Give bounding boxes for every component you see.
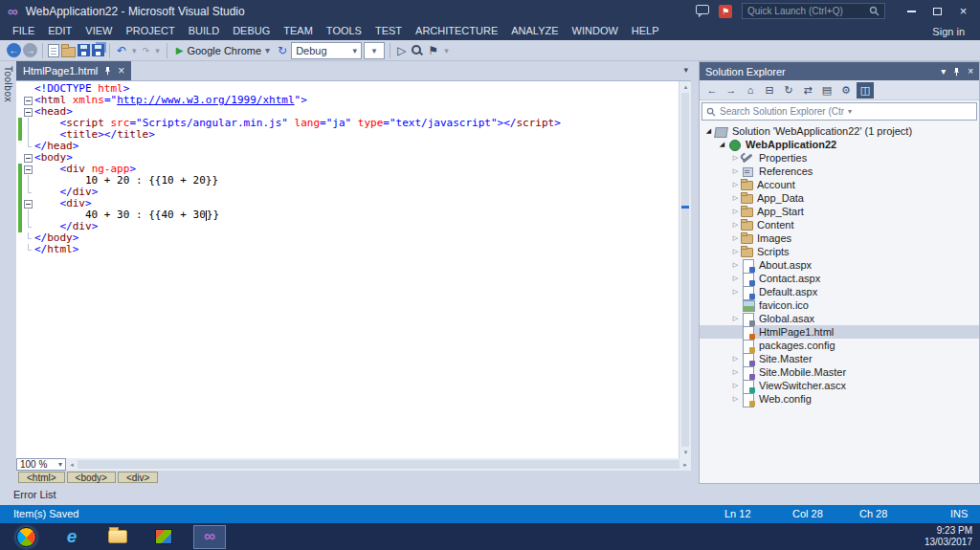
back-icon[interactable]: ←	[703, 82, 721, 99]
horizontal-scrollbar[interactable]: ◂ ▸	[66, 458, 691, 471]
zoom-select[interactable]: 100 % ▾	[16, 458, 66, 471]
tree-item-scripts[interactable]: ▷Scripts	[700, 245, 979, 258]
internet-explorer-icon[interactable]: e	[56, 525, 88, 549]
pin-icon[interactable]	[952, 67, 961, 77]
error-list-tab[interactable]: Error List	[13, 489, 56, 500]
new-file-icon[interactable]	[48, 44, 59, 57]
tree-item-about-aspx[interactable]: ▷About.aspx	[700, 258, 979, 272]
properties-icon[interactable]: ⚙	[837, 82, 855, 99]
notifications-flag-icon[interactable]: ⚑	[719, 5, 732, 18]
solution-platform-dropdown[interactable]: ▾	[364, 42, 385, 59]
tree-item-app-start[interactable]: ▷App_Start	[700, 205, 979, 218]
solution-search-input[interactable]: Search Solution Explorer (Ctrl+;) ▾	[702, 102, 977, 121]
expand-arrow-icon[interactable]: ▷	[730, 315, 741, 322]
scroll-left-icon[interactable]: ◂	[66, 458, 78, 471]
bookmark-icon[interactable]: ⚑	[426, 41, 440, 60]
expand-arrow-icon[interactable]: ▷	[730, 221, 741, 229]
expand-arrow-icon[interactable]: ▷	[730, 368, 741, 376]
breadcrumb-item[interactable]: <body>	[67, 472, 116, 483]
redo-icon[interactable]: ↷	[141, 41, 152, 60]
photos-app-icon[interactable]	[147, 525, 180, 549]
code-line[interactable]: </div>	[16, 221, 679, 232]
breadcrumb-item[interactable]: <div>	[118, 472, 158, 483]
code-editor[interactable]: <!DOCTYPE html><html xmlns="http://www.w…	[16, 80, 691, 458]
tree-item-account[interactable]: ▷Account	[700, 178, 979, 191]
refresh-icon[interactable]: ↻	[780, 82, 797, 99]
tree-item-site-mobile-master[interactable]: ▷Site.Mobile.Master	[700, 365, 979, 379]
code-line[interactable]: </html>	[16, 244, 679, 255]
tree-item-site-master[interactable]: ▷Site.Master	[700, 352, 979, 365]
menu-team[interactable]: TEAM	[277, 22, 320, 40]
expand-arrow-icon[interactable]: ▷	[730, 288, 741, 296]
scrollbar-thumb[interactable]	[681, 93, 689, 447]
collapse-region-icon[interactable]	[24, 154, 33, 163]
tree-item-htmlpage1-html[interactable]: HtmlPage1.html	[700, 325, 979, 339]
scroll-up-icon[interactable]: ▴	[679, 81, 692, 93]
feedback-icon[interactable]	[696, 5, 709, 17]
tree-item-global-asax[interactable]: ▷Global.asax	[700, 312, 979, 325]
menu-edit[interactable]: EDIT	[41, 22, 78, 40]
collapse-arrow-icon[interactable]: ◢	[703, 127, 714, 135]
tree-item-web-config[interactable]: ▷Web.config	[700, 392, 979, 406]
expand-arrow-icon[interactable]: ▷	[730, 208, 741, 215]
code-line[interactable]: <title></title>	[16, 129, 679, 141]
close-icon[interactable]: ×	[968, 66, 973, 77]
navigate-backward-icon[interactable]: ←	[7, 43, 21, 57]
expand-arrow-icon[interactable]: ▷	[730, 154, 741, 162]
tree-item-solution-webapplication22-1-project-[interactable]: ◢Solution 'WebApplication22' (1 project)	[700, 124, 979, 138]
menu-help[interactable]: HELP	[625, 22, 666, 40]
outline-margin[interactable]	[22, 106, 34, 118]
minimize-button[interactable]	[899, 3, 924, 20]
tree-item-default-aspx[interactable]: ▷Default.aspx	[700, 285, 979, 298]
search-options-caret-icon[interactable]: ▾	[848, 107, 972, 116]
menu-build[interactable]: BUILD	[182, 22, 226, 40]
code-line[interactable]: 10 + 20 : {{10 + 20}}	[16, 175, 679, 187]
start-without-debugging-icon[interactable]: ▷	[395, 41, 408, 60]
code-line[interactable]: 40 + 30 : {{40 + 30}}	[16, 209, 679, 221]
collapse-region-icon[interactable]	[24, 97, 33, 105]
document-list-caret-icon[interactable]: ▾	[683, 65, 688, 75]
code-line[interactable]: </body>	[16, 232, 679, 244]
undo-dropdown-caret-icon[interactable]: ▾	[130, 41, 139, 60]
menu-test[interactable]: TEST	[368, 22, 409, 40]
tree-item-images[interactable]: ▷Images	[700, 231, 979, 245]
menu-file[interactable]: FILE	[6, 22, 41, 40]
home-icon[interactable]: ⌂	[742, 82, 759, 99]
expand-arrow-icon[interactable]: ▷	[730, 181, 741, 188]
collapse-region-icon[interactable]	[24, 200, 33, 209]
menu-debug[interactable]: DEBUG	[226, 22, 277, 40]
find-in-files-icon[interactable]	[410, 43, 424, 57]
preview-selected-items-icon[interactable]: ◫	[857, 82, 874, 99]
save-icon[interactable]	[78, 44, 90, 56]
outline-margin[interactable]	[22, 164, 34, 175]
breadcrumb-item[interactable]: <html>	[18, 472, 65, 483]
save-all-icon[interactable]	[92, 44, 104, 56]
expand-arrow-icon[interactable]: ▷	[730, 355, 741, 363]
tree-item-app-data[interactable]: ▷App_Data	[700, 191, 979, 205]
tree-item-favicon-ico[interactable]: favicon.ico	[700, 298, 979, 312]
solution-configuration-dropdown[interactable]: Debug▾	[291, 42, 362, 59]
taskbar-clock[interactable]: 9:23 PM 13/03/2017	[924, 525, 972, 548]
start-button[interactable]	[10, 525, 42, 549]
navigate-forward-icon[interactable]: →	[23, 43, 37, 57]
collapse-all-icon[interactable]: ⊟	[761, 82, 778, 99]
outline-margin[interactable]	[22, 95, 34, 106]
undo-icon[interactable]: ↶	[115, 41, 128, 60]
quick-launch-input[interactable]: Quick Launch (Ctrl+Q)	[742, 3, 885, 19]
redo-dropdown-caret-icon[interactable]: ▾	[153, 41, 162, 60]
code-line[interactable]: </head>	[16, 141, 679, 152]
file-explorer-icon[interactable]	[101, 525, 134, 549]
tree-item-packages-config[interactable]: packages.config	[700, 339, 979, 352]
forward-icon[interactable]: →	[723, 82, 740, 99]
expand-arrow-icon[interactable]: ▷	[730, 167, 741, 175]
collapse-region-icon[interactable]	[24, 108, 33, 117]
pin-icon[interactable]	[103, 66, 112, 76]
tree-item-webapplication22[interactable]: ◢WebApplication22	[700, 138, 979, 151]
document-tab[interactable]: HtmlPage1.html ×	[16, 61, 131, 80]
outline-margin[interactable]	[22, 198, 34, 209]
collapse-region-icon[interactable]	[24, 165, 33, 174]
open-file-icon[interactable]	[61, 47, 76, 57]
window-position-caret-icon[interactable]: ▾	[941, 66, 946, 77]
expand-arrow-icon[interactable]: ▷	[730, 234, 741, 242]
expand-arrow-icon[interactable]: ▷	[730, 395, 741, 403]
